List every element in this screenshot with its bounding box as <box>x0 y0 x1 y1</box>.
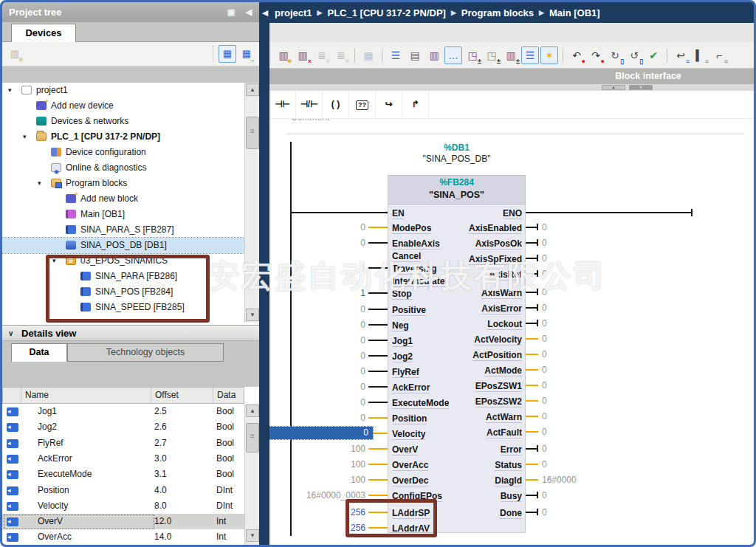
input-value-modepos[interactable]: 0 <box>277 221 365 233</box>
output-value-axiswarn[interactable]: 0 <box>542 286 608 298</box>
absolute-operand-list-icon[interactable]: ▍≡ <box>691 47 709 64</box>
favorites-toggle-icon[interactable]: ☰ <box>521 47 539 64</box>
output-value-actposition[interactable]: 0 <box>542 348 608 360</box>
column-header-data[interactable]: Data ... <box>213 388 245 403</box>
table-row-executemode[interactable]: ExecuteMode3.1Bool <box>2 467 244 482</box>
consistency-check-icon[interactable]: ✔ <box>645 47 662 64</box>
output-value-busy[interactable]: 0 <box>542 489 608 501</box>
add-user-defined-view-icon[interactable]: ▥✶ <box>6 45 24 63</box>
input-value-ackerror[interactable]: 0 <box>277 381 365 393</box>
details-view-collapse-icon[interactable]: ∨ <box>8 326 13 341</box>
table-row-overacc[interactable]: OverAcc14.0Int <box>2 529 244 545</box>
insert-row-alt-icon[interactable]: ≣✶ <box>332 47 350 64</box>
goto-previous-error-icon[interactable]: ↶● <box>568 47 585 64</box>
tree-scroll-up-button[interactable]: ▲ <box>246 83 259 96</box>
output-value-eposzsw1[interactable]: 0 <box>542 379 608 391</box>
close-branch-icon[interactable]: ↱ <box>402 91 429 118</box>
table-row-position[interactable]: Position4.0DInt <box>2 483 244 498</box>
network-comments-toggle-icon[interactable]: … <box>444 47 462 64</box>
tree-item-03-epos-sinamics[interactable]: ▾03_EPOS_SINAMICS <box>2 253 244 269</box>
input-value-neg[interactable]: 0 <box>277 319 365 331</box>
details-scroll-down-button[interactable]: ▼ <box>246 529 259 542</box>
details-scroll-thumb[interactable] <box>246 423 259 453</box>
operand-display-icon[interactable]: ▥± <box>502 47 520 64</box>
output-value-axisspfixed[interactable]: 0 <box>542 252 608 264</box>
delete-network-icon[interactable]: ▥× <box>294 47 312 64</box>
tree-item-device-configuration[interactable]: Device configuration <box>2 145 244 160</box>
no-contact-icon[interactable]: ⊣⊢ <box>269 91 296 118</box>
db-name-text[interactable]: "SINA_POS_DB" <box>388 154 526 164</box>
input-value-executemode[interactable]: 0 <box>277 396 365 408</box>
collapse-panel-icon[interactable]: ◀ <box>243 6 255 18</box>
insert-row-icon[interactable]: ≣✶ <box>313 47 331 64</box>
output-value-eposzsw2[interactable]: 0 <box>542 395 608 407</box>
output-value-status[interactable]: 0 <box>542 458 608 470</box>
breadcrumb-segment-3[interactable]: Main [OB1] <box>549 7 600 18</box>
output-value-actwarn[interactable]: 0 <box>542 410 608 422</box>
tree-item-program-blocks[interactable]: ▾Program blocks <box>2 176 244 191</box>
expand-arrow-icon[interactable]: ▾ <box>38 176 41 191</box>
empty-box-icon[interactable]: ?? <box>349 91 376 118</box>
open-branch-icon[interactable]: ↪ <box>376 91 402 118</box>
table-row-overv[interactable]: OverV12.0Int <box>2 514 244 529</box>
output-value-diagid[interactable]: 16#0000 <box>542 474 608 486</box>
update-inconsistent-calls-icon[interactable]: ↺▯ <box>625 47 643 64</box>
reset-start-values-icon[interactable]: ▦ <box>360 47 377 64</box>
tree-item-sina-pos-fb284-[interactable]: SINA_POS [FB284] <box>2 284 244 300</box>
input-value-overv[interactable]: 100 <box>277 443 365 455</box>
tree-item-sina-para-fb286-[interactable]: SINA_PARA [FB286] <box>2 269 244 284</box>
network-comment-label[interactable]: Comment <box>291 119 439 124</box>
table-row-flyref[interactable]: FlyRef2.7Bool <box>2 436 244 451</box>
nc-contact-icon[interactable]: ⊣/⊢ <box>296 91 323 118</box>
details-tab-technology-objects[interactable]: Technology objects <box>67 343 224 362</box>
tree-item-plc-1-cpu-317-2-pn-dp-[interactable]: ▾PLC_1 [CPU 317-2 PN/DP] <box>2 129 244 145</box>
splitter-up-button[interactable]: ▲ <box>602 85 625 90</box>
tree-item-sina-speed-fb285-[interactable]: SINA_SPEED [FB285] <box>2 300 244 315</box>
goto-related-icon[interactable]: ↩≡ <box>672 47 690 64</box>
tree-item-online-diagnostics[interactable]: Online & diagnostics <box>2 160 244 176</box>
breadcrumb-segment-0[interactable]: project1 <box>275 7 312 18</box>
input-value-laddrav[interactable]: 256 <box>277 522 365 534</box>
open-branch-list-icon[interactable]: ⌐≡ <box>710 47 728 64</box>
instruction-wizard-icon[interactable]: ✶ <box>540 47 558 64</box>
tree-item-sina-pos-db-db1-[interactable]: SINA_POS_DB [DB1] <box>2 238 244 253</box>
input-value-overacc[interactable]: 100 <box>277 458 365 470</box>
output-value-axisref[interactable]: 0 <box>542 268 608 280</box>
output-value-axiserror[interactable]: 0 <box>542 302 608 314</box>
expand-arrow-icon[interactable]: ▾ <box>8 83 12 98</box>
tab-devices[interactable]: Devices <box>11 24 76 42</box>
input-value-configepos[interactable]: 16#0000_0003 <box>277 489 365 501</box>
tree-item-devices-networks[interactable]: Devices & networks <box>2 114 244 129</box>
details-tab-data[interactable]: Data <box>11 343 67 362</box>
details-view-toggle-icon[interactable]: ▦ <box>219 45 236 63</box>
input-value-position[interactable]: 0 <box>277 412 365 424</box>
coil-icon[interactable]: ( ) <box>323 91 349 118</box>
input-value-canceltraversing[interactable]: 1 <box>277 262 365 274</box>
table-row-jog2[interactable]: Jog22.6Bool <box>2 419 244 435</box>
tree-scroll-down-button[interactable]: ▼ <box>246 309 259 321</box>
block-interface-label[interactable]: Block interface <box>593 69 704 84</box>
breadcrumb-segment-2[interactable]: Program blocks <box>461 7 534 18</box>
input-value-overdec[interactable]: 100 <box>277 474 365 486</box>
output-value-axisposok[interactable]: 0 <box>542 237 608 249</box>
table-row-velocity[interactable]: Velocity8.0DInt <box>2 498 244 514</box>
input-value-enableaxis[interactable]: 0 <box>277 237 365 249</box>
table-row-ackerror[interactable]: AckError3.0Bool <box>2 451 244 467</box>
output-value-lockout[interactable]: 0 <box>542 317 608 329</box>
column-header-offset[interactable]: Offset <box>151 388 213 403</box>
output-value-actmode[interactable]: 0 <box>542 364 608 376</box>
breadcrumb-segment-1[interactable]: PLC_1 [CPU 317-2 PN/DP] <box>328 7 446 18</box>
details-scroll-up-button[interactable]: ▲ <box>246 405 259 417</box>
expand-networks-icon[interactable]: ☰ <box>387 47 405 64</box>
tree-scroll-thumb[interactable] <box>246 117 259 149</box>
expand-arrow-icon[interactable]: ▾ <box>23 129 27 145</box>
input-value-flyref[interactable]: 0 <box>277 365 365 377</box>
collapse-networks-icon[interactable]: ▤ <box>406 47 424 64</box>
output-value-actvelocity[interactable]: 0 <box>542 333 608 345</box>
undock-panel-icon[interactable]: ▣ <box>225 6 237 18</box>
column-header-name[interactable]: Name <box>21 388 151 403</box>
output-value-actfault[interactable]: 0 <box>542 426 608 438</box>
output-value-axisenabled[interactable]: 0 <box>542 221 608 233</box>
collapse-left-panel-icon[interactable]: ◀ <box>259 7 271 18</box>
selected-operand-band[interactable]: 0 <box>269 427 373 439</box>
